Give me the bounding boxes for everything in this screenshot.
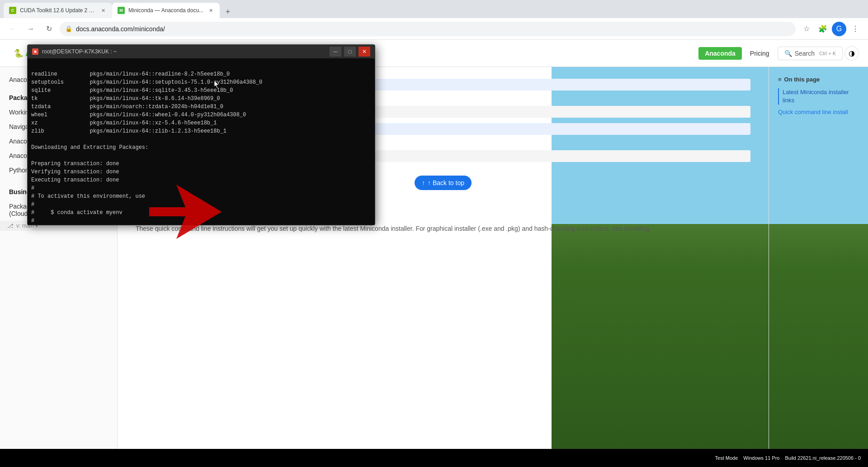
on-page-link-1[interactable]: Latest Miniconda installer links (778, 88, 859, 105)
terminal-title-area: ■ root@DESKTOP-K7K3KUK : ~ (32, 48, 117, 55)
right-panel: ≡ On this page Latest Miniconda installe… (769, 67, 868, 449)
extensions-button[interactable]: 🧩 (816, 22, 830, 36)
terminal-maximize[interactable]: □ (344, 47, 356, 57)
terminal-controls: ─ □ ✕ (330, 47, 370, 57)
bookmark-button[interactable]: ☆ (799, 22, 814, 36)
profile-button[interactable]: G (832, 22, 846, 36)
anaconda-nav-btn[interactable]: Anaconda (698, 47, 742, 60)
on-this-page-title: ≡ On this page (778, 76, 859, 83)
taskbar: Test Mode Windows 11 Pro Build 22621.ni_… (0, 449, 868, 467)
reload-button[interactable]: ↻ (42, 22, 56, 36)
forward-button[interactable]: → (24, 22, 38, 36)
taskbar-mode: Test Mode (715, 455, 738, 461)
git-icon: ⎇ (7, 223, 14, 229)
pricing-nav-btn[interactable]: Pricing (744, 47, 776, 60)
back-to-top-button[interactable]: ↑ ↑ Back to top (415, 176, 472, 190)
nav-bar: ← → ↻ 🔒 docs.anaconda.com/miniconda/ ☆ 🧩… (0, 18, 868, 40)
new-tab-button[interactable]: + (222, 5, 234, 18)
tab-close-anaconda[interactable]: ✕ (207, 7, 214, 14)
terminal-minimize[interactable]: ─ (330, 47, 341, 57)
terminal-title-text: root@DESKTOP-K7K3KUK : ~ (42, 48, 117, 55)
tab-cuda[interactable]: C CUDA Toolkit 12.6 Update 2 D... ✕ (4, 3, 112, 18)
tab-favicon-cuda: C (9, 7, 16, 14)
tab-title-cuda: CUDA Toolkit 12.6 Update 2 D... (20, 7, 96, 14)
tab-title-anaconda: Miniconda — Anaconda docu... (128, 7, 203, 14)
list-icon: ≡ (778, 76, 782, 83)
browser-content: ■ root@DESKTOP-K7K3KUK : ~ ─ □ ✕ readlin… (0, 40, 868, 449)
taskbar-info: Test Mode Windows 11 Pro Build 22621.ni_… (715, 455, 861, 461)
on-page-link-2[interactable]: Quick command line install (778, 108, 859, 116)
address-text: docs.anaconda.com/miniconda/ (76, 25, 790, 33)
search-nav-btn[interactable]: 🔍 Search Ctrl + K (778, 47, 843, 60)
tab-anaconda[interactable]: M Miniconda — Anaconda docu... ✕ (112, 3, 220, 18)
nav-actions: ☆ 🧩 G ⋮ (799, 22, 863, 36)
back-button[interactable]: ← (5, 22, 20, 36)
terminal-close[interactable]: ✕ (359, 47, 370, 57)
terminal-body[interactable]: readline pkgs/main/linux-64::readline-8.… (28, 58, 375, 225)
menu-button[interactable]: ⋮ (848, 22, 863, 36)
tab-bar: C CUDA Toolkit 12.6 Update 2 D... ✕ M Mi… (0, 0, 868, 18)
tab-close-cuda[interactable]: ✕ (99, 7, 107, 14)
search-label: Search (795, 50, 815, 57)
back-to-top-label: ↑ Back to top (428, 179, 464, 186)
terminal-titlebar[interactable]: ■ root@DESKTOP-K7K3KUK : ~ ─ □ ✕ (28, 45, 375, 58)
taskbar-build: Build 22621.ni_release.220506 - 0 (785, 455, 861, 461)
terminal-line-1: readline pkgs/main/linux-64::readline-8.… (31, 71, 262, 225)
lock-icon: 🔒 (65, 25, 72, 32)
on-this-page-label: On this page (784, 76, 820, 83)
terminal-favicon: ■ (32, 48, 38, 55)
header-nav: Anaconda Pricing 🔍 Search Ctrl + K ◑ (698, 46, 859, 61)
taskbar-os: Windows 11 Pro (743, 455, 779, 461)
back-to-top-arrow: ↑ (422, 179, 425, 186)
theme-toggle[interactable]: ◑ (844, 46, 859, 61)
search-icon: 🔍 (784, 50, 792, 57)
search-shortcut: Ctrl + K (819, 51, 836, 56)
terminal-window[interactable]: ■ root@DESKTOP-K7K3KUK : ~ ─ □ ✕ readlin… (27, 44, 375, 225)
address-bar[interactable]: 🔒 docs.anaconda.com/miniconda/ (60, 22, 796, 36)
tab-favicon-anaconda: M (118, 7, 125, 14)
